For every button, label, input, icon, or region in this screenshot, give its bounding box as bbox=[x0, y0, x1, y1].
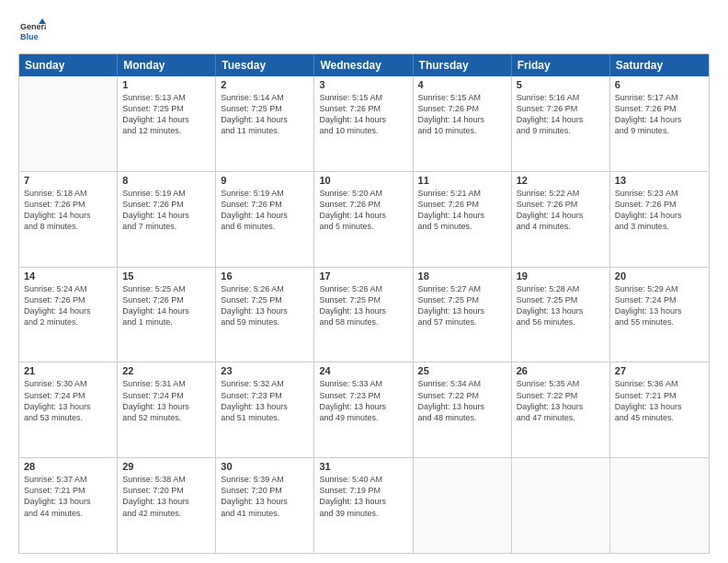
day-cell-14: 14Sunrise: 5:24 AMSunset: 7:26 PMDayligh… bbox=[19, 268, 118, 362]
day-cell-31: 31Sunrise: 5:40 AMSunset: 7:19 PMDayligh… bbox=[314, 458, 413, 553]
day-info: Sunrise: 5:30 AMSunset: 7:24 PMDaylight:… bbox=[24, 378, 112, 423]
day-info: Sunrise: 5:26 AMSunset: 7:25 PMDaylight:… bbox=[319, 283, 407, 328]
calendar-week-3: 14Sunrise: 5:24 AMSunset: 7:26 PMDayligh… bbox=[19, 268, 709, 363]
day-info: Sunrise: 5:19 AMSunset: 7:26 PMDaylight:… bbox=[221, 188, 309, 233]
calendar-week-4: 21Sunrise: 5:30 AMSunset: 7:24 PMDayligh… bbox=[19, 362, 709, 458]
day-info: Sunrise: 5:40 AMSunset: 7:19 PMDaylight:… bbox=[319, 474, 407, 519]
day-number: 15 bbox=[122, 270, 210, 282]
day-cell-21: 21Sunrise: 5:30 AMSunset: 7:24 PMDayligh… bbox=[19, 362, 118, 457]
day-cell-18: 18Sunrise: 5:27 AMSunset: 7:25 PMDayligh… bbox=[414, 268, 512, 362]
day-cell-3: 3Sunrise: 5:15 AMSunset: 7:26 PMDaylight… bbox=[314, 76, 413, 171]
day-info: Sunrise: 5:28 AMSunset: 7:25 PMDaylight:… bbox=[517, 283, 605, 328]
day-cell-16: 16Sunrise: 5:26 AMSunset: 7:25 PMDayligh… bbox=[216, 268, 314, 362]
day-info: Sunrise: 5:16 AMSunset: 7:26 PMDaylight:… bbox=[517, 92, 605, 137]
day-number: 29 bbox=[122, 461, 210, 472]
day-cell-19: 19Sunrise: 5:28 AMSunset: 7:25 PMDayligh… bbox=[512, 268, 610, 362]
day-info: Sunrise: 5:38 AMSunset: 7:20 PMDaylight:… bbox=[122, 474, 210, 519]
day-number: 1 bbox=[122, 79, 210, 90]
day-cell-15: 15Sunrise: 5:25 AMSunset: 7:26 PMDayligh… bbox=[118, 268, 216, 362]
day-number: 14 bbox=[24, 270, 112, 282]
logo-icon: General Blue bbox=[18, 17, 46, 44]
day-cell-11: 11Sunrise: 5:21 AMSunset: 7:26 PMDayligh… bbox=[414, 172, 512, 267]
day-cell-17: 17Sunrise: 5:26 AMSunset: 7:25 PMDayligh… bbox=[314, 268, 413, 362]
day-info: Sunrise: 5:37 AMSunset: 7:21 PMDaylight:… bbox=[24, 474, 112, 519]
day-cell-28: 28Sunrise: 5:37 AMSunset: 7:21 PMDayligh… bbox=[19, 458, 118, 553]
day-info: Sunrise: 5:23 AMSunset: 7:26 PMDaylight:… bbox=[615, 188, 704, 233]
day-info: Sunrise: 5:36 AMSunset: 7:21 PMDaylight:… bbox=[615, 378, 704, 423]
header-day-sunday: Sunday bbox=[19, 54, 118, 76]
day-cell-12: 12Sunrise: 5:22 AMSunset: 7:26 PMDayligh… bbox=[512, 172, 610, 267]
day-number: 19 bbox=[517, 270, 605, 282]
header-day-friday: Friday bbox=[512, 54, 610, 76]
empty-cell bbox=[610, 458, 709, 553]
day-info: Sunrise: 5:18 AMSunset: 7:26 PMDaylight:… bbox=[24, 188, 112, 233]
day-number: 28 bbox=[24, 461, 112, 472]
day-cell-10: 10Sunrise: 5:20 AMSunset: 7:26 PMDayligh… bbox=[314, 172, 413, 267]
calendar-week-1: 1Sunrise: 5:13 AMSunset: 7:25 PMDaylight… bbox=[19, 76, 709, 172]
day-number: 21 bbox=[24, 365, 112, 376]
day-number: 16 bbox=[221, 270, 309, 282]
day-number: 18 bbox=[418, 270, 506, 282]
day-cell-6: 6Sunrise: 5:17 AMSunset: 7:26 PMDaylight… bbox=[610, 76, 709, 171]
empty-cell bbox=[19, 76, 118, 171]
day-cell-25: 25Sunrise: 5:34 AMSunset: 7:22 PMDayligh… bbox=[414, 362, 512, 457]
day-number: 30 bbox=[221, 461, 309, 472]
day-number: 20 bbox=[615, 270, 704, 282]
empty-cell bbox=[512, 458, 610, 553]
day-info: Sunrise: 5:24 AMSunset: 7:26 PMDaylight:… bbox=[24, 283, 112, 328]
day-number: 25 bbox=[418, 365, 506, 376]
day-cell-5: 5Sunrise: 5:16 AMSunset: 7:26 PMDaylight… bbox=[512, 76, 610, 171]
day-info: Sunrise: 5:31 AMSunset: 7:24 PMDaylight:… bbox=[122, 378, 210, 423]
day-info: Sunrise: 5:27 AMSunset: 7:25 PMDaylight:… bbox=[418, 283, 506, 328]
day-number: 10 bbox=[319, 175, 407, 186]
day-number: 13 bbox=[615, 175, 704, 186]
day-number: 7 bbox=[24, 175, 112, 186]
day-info: Sunrise: 5:22 AMSunset: 7:26 PMDaylight:… bbox=[517, 188, 605, 233]
day-info: Sunrise: 5:26 AMSunset: 7:25 PMDaylight:… bbox=[221, 283, 309, 328]
header-day-tuesday: Tuesday bbox=[216, 54, 314, 76]
header-day-saturday: Saturday bbox=[610, 54, 709, 76]
day-info: Sunrise: 5:14 AMSunset: 7:25 PMDaylight:… bbox=[221, 92, 309, 137]
day-number: 31 bbox=[319, 461, 407, 472]
day-cell-1: 1Sunrise: 5:13 AMSunset: 7:25 PMDaylight… bbox=[118, 76, 216, 171]
day-cell-20: 20Sunrise: 5:29 AMSunset: 7:24 PMDayligh… bbox=[610, 268, 709, 362]
calendar-week-5: 28Sunrise: 5:37 AMSunset: 7:21 PMDayligh… bbox=[19, 458, 709, 553]
day-cell-29: 29Sunrise: 5:38 AMSunset: 7:20 PMDayligh… bbox=[118, 458, 216, 553]
day-number: 26 bbox=[517, 365, 605, 376]
logo: General Blue bbox=[18, 17, 46, 44]
day-info: Sunrise: 5:35 AMSunset: 7:22 PMDaylight:… bbox=[517, 378, 605, 423]
day-info: Sunrise: 5:34 AMSunset: 7:22 PMDaylight:… bbox=[418, 378, 506, 423]
day-info: Sunrise: 5:32 AMSunset: 7:23 PMDaylight:… bbox=[221, 378, 309, 423]
day-info: Sunrise: 5:19 AMSunset: 7:26 PMDaylight:… bbox=[122, 188, 210, 233]
day-cell-7: 7Sunrise: 5:18 AMSunset: 7:26 PMDaylight… bbox=[19, 172, 118, 267]
day-number: 23 bbox=[221, 365, 309, 376]
day-number: 9 bbox=[221, 175, 309, 186]
day-info: Sunrise: 5:21 AMSunset: 7:26 PMDaylight:… bbox=[418, 188, 506, 233]
day-info: Sunrise: 5:17 AMSunset: 7:26 PMDaylight:… bbox=[615, 92, 704, 137]
day-number: 3 bbox=[319, 79, 407, 90]
day-info: Sunrise: 5:33 AMSunset: 7:23 PMDaylight:… bbox=[319, 378, 407, 423]
day-cell-27: 27Sunrise: 5:36 AMSunset: 7:21 PMDayligh… bbox=[610, 362, 709, 457]
empty-cell bbox=[414, 458, 512, 553]
day-info: Sunrise: 5:25 AMSunset: 7:26 PMDaylight:… bbox=[122, 283, 210, 328]
day-number: 12 bbox=[517, 175, 605, 186]
day-number: 27 bbox=[615, 365, 704, 376]
day-number: 2 bbox=[221, 79, 309, 90]
day-cell-8: 8Sunrise: 5:19 AMSunset: 7:26 PMDaylight… bbox=[118, 172, 216, 267]
day-info: Sunrise: 5:29 AMSunset: 7:24 PMDaylight:… bbox=[615, 283, 704, 328]
day-number: 6 bbox=[615, 79, 704, 90]
day-info: Sunrise: 5:13 AMSunset: 7:25 PMDaylight:… bbox=[122, 92, 210, 137]
day-cell-13: 13Sunrise: 5:23 AMSunset: 7:26 PMDayligh… bbox=[610, 172, 709, 267]
day-cell-26: 26Sunrise: 5:35 AMSunset: 7:22 PMDayligh… bbox=[512, 362, 610, 457]
day-number: 24 bbox=[319, 365, 407, 376]
day-number: 5 bbox=[517, 79, 605, 90]
day-cell-2: 2Sunrise: 5:14 AMSunset: 7:25 PMDaylight… bbox=[216, 76, 314, 171]
day-info: Sunrise: 5:20 AMSunset: 7:26 PMDaylight:… bbox=[319, 188, 407, 233]
header-day-wednesday: Wednesday bbox=[314, 54, 413, 76]
day-cell-4: 4Sunrise: 5:15 AMSunset: 7:26 PMDaylight… bbox=[414, 76, 512, 171]
day-number: 22 bbox=[122, 365, 210, 376]
day-info: Sunrise: 5:39 AMSunset: 7:20 PMDaylight:… bbox=[221, 474, 309, 519]
calendar-body: 1Sunrise: 5:13 AMSunset: 7:25 PMDaylight… bbox=[19, 76, 709, 553]
day-cell-22: 22Sunrise: 5:31 AMSunset: 7:24 PMDayligh… bbox=[118, 362, 216, 457]
day-number: 11 bbox=[418, 175, 506, 186]
